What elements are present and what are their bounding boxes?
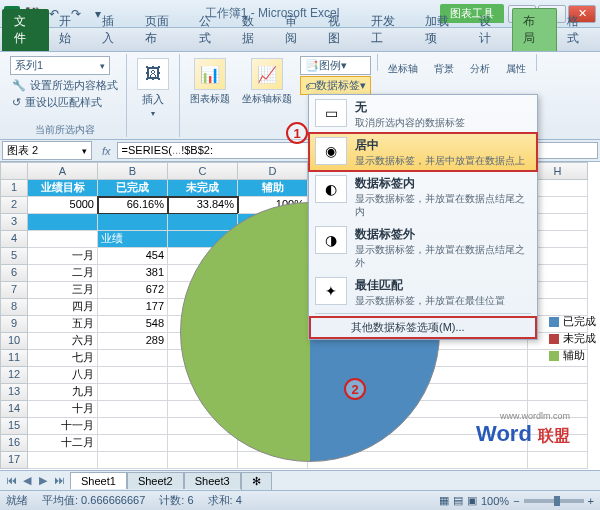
cell[interactable]: 一月: [28, 248, 98, 265]
legend-item[interactable]: 未完成: [549, 331, 596, 346]
col-header[interactable]: A: [28, 162, 98, 180]
axes-button[interactable]: 坐标轴: [384, 60, 422, 78]
data-labels-button[interactable]: 🏷 数据标签 ▾: [300, 76, 371, 95]
row-header[interactable]: 6: [0, 265, 28, 282]
chart-legend[interactable]: 已完成 未完成 辅助: [549, 312, 596, 365]
tab-layout[interactable]: 布局: [512, 8, 557, 51]
tab-review[interactable]: 审阅: [275, 9, 318, 51]
cell[interactable]: [98, 214, 168, 231]
cell[interactable]: 业绩: [98, 231, 168, 248]
properties-button[interactable]: 属性: [502, 60, 530, 78]
zoom-in-button[interactable]: +: [588, 495, 594, 507]
cell[interactable]: 八月: [28, 367, 98, 384]
row-header[interactable]: 1: [0, 180, 28, 197]
tab-view[interactable]: 视图: [318, 9, 361, 51]
cell[interactable]: [98, 401, 168, 418]
cell[interactable]: [98, 452, 168, 469]
tab-formulas[interactable]: 公式: [189, 9, 232, 51]
legend-button[interactable]: 📑 图例 ▾: [300, 56, 371, 75]
cell[interactable]: 548: [98, 316, 168, 333]
insert-button[interactable]: 🖼 插入▾: [133, 56, 173, 120]
sheet-tab[interactable]: Sheet1: [70, 472, 127, 489]
col-header[interactable]: B: [98, 162, 168, 180]
cell[interactable]: 289: [98, 333, 168, 350]
legend-item[interactable]: 已完成: [549, 314, 596, 329]
cell[interactable]: 六月: [28, 333, 98, 350]
view-page-icon[interactable]: ▤: [453, 494, 463, 507]
row-header[interactable]: 8: [0, 299, 28, 316]
zoom-out-button[interactable]: −: [513, 495, 519, 507]
view-normal-icon[interactable]: ▦: [439, 494, 449, 507]
cell[interactable]: [98, 367, 168, 384]
row-header[interactable]: 12: [0, 367, 28, 384]
cell[interactable]: 381: [98, 265, 168, 282]
cell[interactable]: 业绩目标: [28, 180, 98, 197]
tab-home[interactable]: 开始: [49, 9, 92, 51]
cell[interactable]: [528, 367, 588, 384]
analysis-button[interactable]: 分析: [466, 60, 494, 78]
axis-title-button[interactable]: 📈 坐标轴标题: [238, 56, 296, 108]
cell[interactable]: 四月: [28, 299, 98, 316]
file-tab[interactable]: 文件: [2, 9, 49, 51]
tab-pagelayout[interactable]: 页面布: [135, 9, 189, 51]
cell[interactable]: 七月: [28, 350, 98, 367]
zoom-level[interactable]: 100%: [481, 495, 509, 507]
fx-icon[interactable]: fx: [96, 145, 117, 157]
cell[interactable]: 已完成: [98, 180, 168, 197]
background-button[interactable]: 背景: [430, 60, 458, 78]
cell[interactable]: 5000: [28, 197, 98, 214]
row-header[interactable]: 2: [0, 197, 28, 214]
select-all-corner[interactable]: [0, 162, 28, 180]
tab-developer[interactable]: 开发工: [361, 9, 415, 51]
col-header[interactable]: C: [168, 162, 238, 180]
cell[interactable]: [528, 384, 588, 401]
sheet-nav-first[interactable]: ⏮: [4, 474, 18, 487]
sheet-nav-next[interactable]: ▶: [36, 474, 50, 487]
tab-format[interactable]: 格式: [557, 9, 600, 51]
row-header[interactable]: 9: [0, 316, 28, 333]
reset-style-button[interactable]: ↺重设以匹配样式: [10, 94, 120, 111]
row-header[interactable]: 17: [0, 452, 28, 469]
menu-item-more-options[interactable]: 其他数据标签选项(M)...: [309, 316, 537, 339]
format-selection-button[interactable]: 🔧设置所选内容格式: [10, 77, 120, 94]
sheet-tab[interactable]: Sheet2: [127, 472, 184, 489]
cell[interactable]: 五月: [28, 316, 98, 333]
sheet-nav-prev[interactable]: ◀: [20, 474, 34, 487]
cell[interactable]: 二月: [28, 265, 98, 282]
menu-item-best-fit[interactable]: ✦ 最佳匹配显示数据标签，并放置在最佳位置: [309, 273, 537, 311]
new-sheet-button[interactable]: ✻: [241, 472, 272, 490]
cell[interactable]: [528, 452, 588, 469]
cell[interactable]: 未完成: [168, 180, 238, 197]
cell[interactable]: [98, 418, 168, 435]
tab-data[interactable]: 数据: [232, 9, 275, 51]
cell[interactable]: 三月: [28, 282, 98, 299]
chart-title-button[interactable]: 📊 图表标题: [186, 56, 234, 108]
row-header[interactable]: 3: [0, 214, 28, 231]
tab-insert[interactable]: 插入: [92, 9, 135, 51]
cell[interactable]: 177: [98, 299, 168, 316]
row-header[interactable]: 7: [0, 282, 28, 299]
cell[interactable]: [98, 384, 168, 401]
menu-item-inside-end[interactable]: ◐ 数据标签内显示数据标签，并放置在数据点结尾之内: [309, 171, 537, 222]
row-header[interactable]: 14: [0, 401, 28, 418]
row-header[interactable]: 13: [0, 384, 28, 401]
menu-item-center[interactable]: ◉ 居中显示数据标签，并居中放置在数据点上: [308, 132, 538, 172]
tab-design[interactable]: 设计: [469, 9, 512, 51]
cell[interactable]: 66.16%: [98, 197, 168, 214]
row-header[interactable]: 5: [0, 248, 28, 265]
row-header[interactable]: 16: [0, 435, 28, 452]
cell[interactable]: 十一月: [28, 418, 98, 435]
menu-item-outside-end[interactable]: ◑ 数据标签外显示数据标签，并放置在数据点结尾之外: [309, 222, 537, 273]
cell[interactable]: 十二月: [28, 435, 98, 452]
col-header[interactable]: D: [238, 162, 308, 180]
name-box[interactable]: 图表 2: [2, 141, 92, 160]
tab-addins[interactable]: 加载项: [415, 9, 469, 51]
cell[interactable]: [28, 452, 98, 469]
row-header[interactable]: 11: [0, 350, 28, 367]
row-header[interactable]: 15: [0, 418, 28, 435]
cell[interactable]: 672: [98, 282, 168, 299]
cell[interactable]: [98, 350, 168, 367]
cell[interactable]: 十月: [28, 401, 98, 418]
cell[interactable]: [28, 214, 98, 231]
legend-item[interactable]: 辅助: [549, 348, 596, 363]
